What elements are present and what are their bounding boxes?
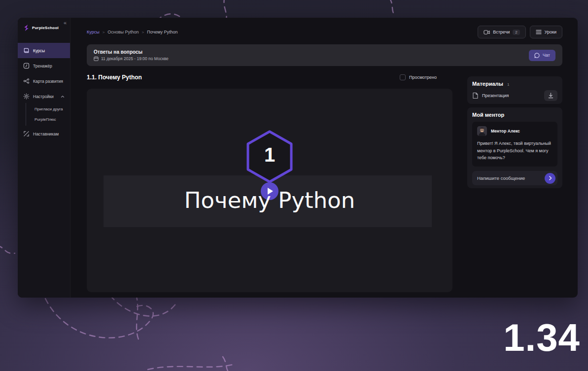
meetings-button[interactable]: Встречи 2	[478, 26, 526, 38]
viewed-checkbox[interactable]	[400, 74, 406, 80]
breadcrumb-separator: >	[103, 30, 105, 34]
courses-icon	[23, 47, 30, 54]
header-buttons: Встречи 2 Уроки	[478, 26, 562, 38]
qa-banner-info: Ответы на вопросы 11 декабря 2025 - 19:0…	[94, 49, 169, 61]
lesson-number: 1	[264, 144, 275, 166]
sidebar-item-purpleplus[interactable]: PurpleПлюс	[18, 114, 70, 125]
roadmap-icon	[23, 78, 30, 84]
breadcrumb-separator: >	[142, 30, 144, 34]
video-camera-icon	[484, 30, 490, 35]
viewed-label: Просмотрено	[409, 75, 437, 80]
meetings-label: Встречи	[493, 30, 510, 34]
lessons-button[interactable]: Уроки	[530, 26, 562, 38]
sidebar-item-label: Настройки	[33, 94, 54, 99]
sidebar-item-settings[interactable]: Настройки	[18, 89, 70, 104]
sidebar-collapse-button[interactable]: «	[64, 20, 67, 26]
materials-title: Материалы	[472, 81, 503, 87]
mentor-message-card: Ментор Алекс Привет! Я Алекс, твой вирту…	[472, 122, 557, 167]
purpleschool-logo-icon	[23, 25, 30, 31]
video-player[interactable]: 1 Почему Python	[87, 89, 452, 292]
logo[interactable]: PurpleSchool	[18, 25, 70, 31]
app-window: « PurpleSchool Курсы	[18, 18, 578, 298]
send-message-button[interactable]	[545, 173, 555, 184]
lesson-column: 1.1. Почему Python Просмотрено 1	[87, 73, 452, 292]
calendar-icon	[94, 56, 99, 61]
sidebar-item-mentors[interactable]: Наставникам	[18, 126, 70, 141]
material-name: Презентация	[482, 93, 509, 98]
qa-banner-title: Ответы на вопросы	[94, 49, 169, 55]
content-row: 1.1. Почему Python Просмотрено 1	[87, 73, 562, 292]
sidebar-subitem-label: PurpleПлюс	[35, 117, 56, 122]
materials-header: Материалы 1	[472, 81, 557, 87]
sidebar-subitem-label: Пригласи друга	[35, 107, 63, 111]
sub-rail	[26, 113, 26, 126]
mentor-header: Ментор Алекс	[477, 126, 553, 136]
sidebar-item-label: Карта развития	[33, 79, 63, 84]
mentor-card: Мой ментор	[467, 107, 562, 188]
right-panel: Материалы 1 Презентация	[467, 73, 562, 292]
material-item[interactable]: Презентация	[472, 90, 557, 101]
lessons-label: Уроки	[545, 30, 556, 34]
materials-card: Материалы 1 Презентация	[467, 76, 562, 104]
breadcrumb-course-link[interactable]: Основы Python	[107, 30, 138, 34]
sidebar-item-invite-friend[interactable]: Пригласи друга	[18, 104, 70, 114]
qa-banner: Ответы на вопросы 11 декабря 2025 - 19:0…	[87, 44, 562, 66]
qa-banner-datetime-text: 11 декабря 2025 - 19:00 по Москве	[101, 56, 169, 61]
video-caption: Почему Python	[87, 187, 452, 213]
sidebar-item-trainer[interactable]: Тренажёр	[18, 58, 70, 73]
logo-text: PurpleSchool	[32, 26, 59, 30]
lesson-title-row: 1.1. Почему Python Просмотрено	[87, 73, 452, 82]
gear-icon	[23, 93, 30, 100]
mentor-avatar	[477, 126, 487, 136]
mentor-name: Ментор Алекс	[491, 129, 520, 134]
mentor-message-text: Привет! Я Алекс, твой виртуальный ментор…	[477, 140, 553, 162]
sidebar-item-label: Наставникам	[33, 132, 59, 136]
pdf-file-icon	[472, 92, 479, 99]
sidebar-item-roadmap[interactable]: Карта развития	[18, 73, 70, 89]
mentor-section-title: Мой ментор	[472, 112, 557, 118]
chat-bubble-icon	[534, 53, 540, 58]
viewed-toggle[interactable]: Просмотрено	[400, 74, 437, 80]
mentor-message-input[interactable]	[477, 175, 545, 181]
breadcrumb-current: Почему Python	[147, 30, 177, 34]
list-icon	[536, 30, 542, 34]
chat-button[interactable]: Чат	[529, 50, 555, 61]
lesson-title: 1.1. Почему Python	[87, 74, 142, 81]
meetings-badge: 2	[513, 30, 519, 35]
breadcrumb-courses-link[interactable]: Курсы	[87, 30, 100, 34]
qa-banner-datetime: 11 декабря 2025 - 19:00 по Москве	[94, 56, 169, 61]
chat-button-label: Чат	[543, 53, 550, 58]
sidebar-item-courses[interactable]: Курсы	[18, 43, 70, 58]
main-area: Курсы > Основы Python > Почему Python Вс…	[70, 18, 578, 298]
chevron-up-icon	[61, 95, 65, 99]
header-row: Курсы > Основы Python > Почему Python Вс…	[87, 26, 562, 38]
download-button[interactable]	[544, 90, 557, 101]
breadcrumb: Курсы > Основы Python > Почему Python	[87, 30, 178, 34]
mentor-input-row	[472, 171, 557, 185]
version-watermark: 1.34	[503, 315, 580, 360]
materials-count: 1	[507, 82, 509, 87]
sidebar-item-label: Тренажёр	[33, 64, 52, 68]
sidebar-item-label: Курсы	[33, 48, 45, 53]
sidebar: « PurpleSchool Курсы	[18, 18, 70, 298]
handshake-icon	[23, 131, 30, 137]
code-trainer-icon	[23, 63, 30, 69]
